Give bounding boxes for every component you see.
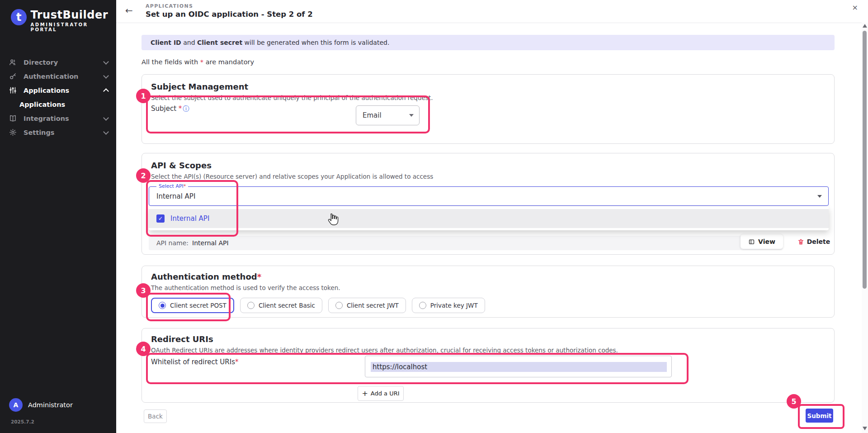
mandatory-note: All the fields with * are mandatory xyxy=(142,58,254,66)
scroll-down-icon[interactable] xyxy=(863,427,867,430)
subject-label: Subject *ⓘ xyxy=(151,105,189,113)
annotation-badge-2: 2 xyxy=(136,168,151,183)
api-name-label: API name: xyxy=(156,239,189,247)
annotation-badge-4: 4 xyxy=(136,342,151,356)
back-button[interactable]: Back xyxy=(144,409,167,423)
close-icon[interactable]: × xyxy=(852,3,858,12)
api-option-internal-api[interactable]: ✓ Internal API xyxy=(149,209,829,228)
section-subtitle: The authentication method is used to ver… xyxy=(151,284,340,291)
banner-bold-1: Client ID xyxy=(151,39,181,46)
redirect-uri-input[interactable]: https://localhost xyxy=(365,356,672,377)
info-banner: Client ID and Client secret will be gene… xyxy=(142,35,835,50)
scroll-up-icon[interactable] xyxy=(863,24,867,28)
chevron-down-icon xyxy=(409,114,414,117)
section-subtitle: OAuth Redirect URIs are addresses where … xyxy=(151,347,618,354)
scrollbar[interactable] xyxy=(862,23,868,433)
add-uri-label: Add a URI xyxy=(371,390,400,397)
radio-icon xyxy=(335,302,343,309)
banner-text: and xyxy=(181,39,197,46)
brand-name: TrustBuilder xyxy=(30,9,116,21)
chevron-down-icon xyxy=(103,59,109,65)
app-window: t TrustBuilder ADMINISTRATOR PORTAL Dire… xyxy=(0,0,868,433)
section-title: API & Scopes xyxy=(151,161,212,170)
chevron-down-icon xyxy=(103,129,109,135)
sidebar-item-settings[interactable]: Settings xyxy=(0,125,116,139)
api-select-value: Internal API xyxy=(156,192,195,200)
plus-icon: + xyxy=(362,389,368,398)
authentication-method-card: Authentication method* The authenticatio… xyxy=(142,266,835,318)
sidebar-item-label: Settings xyxy=(24,129,104,136)
user-name: Administrator xyxy=(28,401,73,409)
radio-private-key-jwt[interactable]: Private key JWT xyxy=(412,298,485,313)
radio-label: Client secret Basic xyxy=(259,302,315,309)
sidebar-nav: Directory Authentication Applications Ap… xyxy=(0,55,116,139)
whitelist-label: Whitelist of redirect URIs* xyxy=(151,358,239,366)
radio-icon xyxy=(247,302,255,309)
delete-button[interactable]: Delete xyxy=(793,234,835,249)
sidebar-item-label: Directory xyxy=(24,59,104,66)
chevron-down-icon xyxy=(817,195,822,198)
radio-label: Client secret JWT xyxy=(347,302,399,309)
subject-select[interactable]: Email xyxy=(356,105,420,125)
scrollbar-thumb[interactable] xyxy=(863,31,867,289)
section-title: Authentication method* xyxy=(151,272,261,281)
asterisk: * xyxy=(235,358,239,366)
view-button[interactable]: View xyxy=(741,234,783,249)
radio-client-secret-post[interactable]: Client secret POST xyxy=(151,298,234,313)
section-subtitle: Select the subject used to authenticate … xyxy=(151,94,433,101)
add-uri-button[interactable]: + Add a URI xyxy=(358,386,404,401)
sliders-icon xyxy=(9,86,19,94)
sidebar-item-label: Applications xyxy=(24,87,104,94)
people-icon xyxy=(9,58,19,66)
radio-client-secret-basic[interactable]: Client secret Basic xyxy=(240,298,322,313)
version-label: 2025.7.2 xyxy=(11,419,34,424)
annotation-badge-1: 1 xyxy=(136,89,151,103)
page-title: Set up an OIDC application - Step 2 of 2 xyxy=(146,10,313,19)
sidebar-item-authentication[interactable]: Authentication xyxy=(0,69,116,83)
checkbox-checked-icon[interactable]: ✓ xyxy=(156,214,165,223)
radio-client-secret-jwt[interactable]: Client secret JWT xyxy=(328,298,406,313)
submit-button[interactable]: Submit xyxy=(806,409,833,423)
api-select-label: Select API* xyxy=(156,183,188,189)
gear-icon xyxy=(9,128,19,136)
chevron-down-icon xyxy=(103,73,109,79)
sidebar-item-directory[interactable]: Directory xyxy=(0,55,116,69)
chevron-up-icon xyxy=(103,88,109,94)
api-name-value: Internal API xyxy=(192,239,229,247)
sidebar-subitem-label: Applications xyxy=(19,101,65,108)
info-icon: ⓘ xyxy=(183,105,189,112)
sidebar-item-applications[interactable]: Applications xyxy=(0,83,116,97)
mouse-cursor xyxy=(327,213,339,228)
annotation-badge-5: 5 xyxy=(787,394,801,409)
avatar: A xyxy=(9,398,23,412)
user-menu[interactable]: A Administrator xyxy=(9,398,73,412)
redirect-uri-value: https://localhost xyxy=(373,363,427,371)
section-title: Subject Management xyxy=(151,82,248,91)
annotation-badge-3: 3 xyxy=(136,283,151,298)
section-title: Redirect URIs xyxy=(151,334,213,344)
asterisk: * xyxy=(179,105,182,113)
sidebar-item-label: Integrations xyxy=(24,115,104,122)
api-option-label: Internal API xyxy=(170,214,209,223)
sidebar: t TrustBuilder ADMINISTRATOR PORTAL Dire… xyxy=(0,0,116,433)
radio-label: Client secret POST xyxy=(170,302,226,309)
trash-icon xyxy=(797,238,804,245)
radio-label: Private key JWT xyxy=(430,302,478,309)
api-name-row: API name: Internal API xyxy=(149,236,783,250)
sidebar-subitem-applications[interactable]: Applications xyxy=(0,97,116,111)
api-select[interactable]: Select API* Internal API xyxy=(149,186,829,206)
radio-selected-icon xyxy=(159,302,166,309)
back-arrow-icon[interactable]: ← xyxy=(125,5,133,16)
asterisk: * xyxy=(257,272,261,281)
banner-text-rest: will be generated when this form is vali… xyxy=(242,39,389,46)
api-dropdown: ✓ Internal API xyxy=(149,207,829,230)
subject-management-card: Subject Management Select the subject us… xyxy=(142,74,835,144)
subject-select-value: Email xyxy=(363,111,382,119)
top-bar: ← APPLICATIONS Set up an OIDC applicatio… xyxy=(116,0,868,23)
asterisk: * xyxy=(200,58,203,66)
brand-subtitle: ADMINISTRATOR PORTAL xyxy=(30,22,116,32)
view-button-label: View xyxy=(758,238,775,245)
breadcrumb: APPLICATIONS xyxy=(146,3,193,9)
sidebar-item-integrations[interactable]: Integrations xyxy=(0,111,116,125)
api-scopes-card: API & Scopes Select the API(s) (Resource… xyxy=(142,153,835,255)
